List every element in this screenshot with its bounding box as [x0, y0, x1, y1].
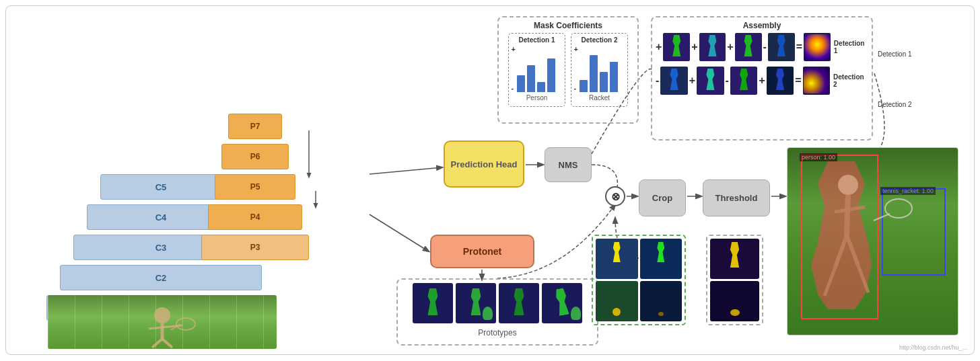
final-detection-image: person: 1.00 tennis_racket: 1.00 — [787, 147, 958, 335]
detection-overlay: person: 1.00 tennis_racket: 1.00 — [788, 148, 958, 335]
assembly-row-2: - + - + = Detection 2 — [656, 67, 868, 95]
mask-coefficients-area: Mask Coefficients Detection 1 + — [497, 16, 639, 124]
coeff-detection2-title: Detection 2 — [582, 36, 618, 44]
bar-d2-2 — [590, 55, 598, 92]
thresholded-masks-grid — [706, 235, 763, 325]
svg-point-23 — [838, 175, 858, 195]
fpn-p4: P4 — [208, 204, 302, 230]
asm-minus-2: - — [656, 75, 659, 87]
assembly-detection1-label: Detection 1 — [834, 40, 868, 54]
mask-coeff-title: Mask Coefficients — [502, 21, 634, 30]
asm-plus-1b: + — [691, 41, 697, 53]
mask-cell-1 — [596, 239, 638, 279]
nms-box: NMS — [545, 147, 592, 182]
mask-dot-3 — [612, 308, 621, 316]
coeff-box-detection1: Detection 1 + - — [508, 33, 565, 107]
minus-sign-1: - — [512, 84, 514, 92]
coeff-box-detection2: Detection 2 + - — [571, 33, 628, 107]
asm-fig-2-1 — [668, 69, 681, 90]
mask-cell-2 — [640, 239, 682, 279]
svg-point-30 — [885, 199, 912, 218]
backbone-c5: C5 — [100, 174, 221, 200]
asm-img-2-1 — [660, 67, 687, 95]
mask-coeff-row: Detection 1 + - — [502, 33, 634, 107]
asm-img-2-3 — [730, 67, 757, 95]
thresh-figure-1 — [728, 242, 742, 268]
asm-equals-1: = — [796, 41, 802, 53]
fpn-p3: P3 — [201, 235, 309, 260]
asm-img-1-4 — [768, 33, 795, 61]
bar-chart-detection1: + - — [517, 45, 557, 92]
assembly-title: Assembly — [656, 21, 868, 30]
proto-figure-2 — [468, 288, 485, 315]
mask-dot-4 — [658, 312, 664, 316]
proto-figure-3 — [511, 288, 528, 315]
proto-img-2 — [456, 283, 496, 323]
svg-line-31 — [874, 214, 890, 220]
svg-line-29 — [858, 266, 868, 292]
proto-img-1 — [413, 283, 453, 323]
detection-player-svg — [788, 148, 958, 335]
asm-result-2 — [803, 67, 830, 95]
otimes-symbol: ⊗ — [605, 186, 625, 206]
bar-d1-1 — [517, 75, 525, 92]
assembly-area: Assembly + + + - = Detection 1 - + - + — [651, 16, 873, 141]
proto-figure-1 — [425, 288, 442, 315]
protonet-box: Protonet — [430, 235, 534, 268]
assembly-row-1: + + + - = Detection 1 — [656, 33, 868, 61]
bar-d2-3 — [600, 72, 608, 92]
crop-box: Crop — [639, 179, 686, 216]
asm-plus-1c: + — [727, 41, 733, 53]
asm-fig-2-4 — [773, 69, 787, 90]
asm-fig-1-1 — [670, 35, 683, 56]
main-diagram: ⊕ ⊕ — [5, 5, 975, 355]
asm-img-1-2 — [699, 33, 726, 61]
thresh-cell-1 — [710, 239, 759, 279]
bar-d1-3 — [537, 82, 545, 92]
result-heat-2 — [804, 68, 829, 93]
svg-point-16 — [154, 307, 170, 323]
asm-img-1-1 — [663, 33, 690, 61]
assembly-detection2-label: Detection 2 — [833, 73, 868, 88]
thresh-dot-2 — [730, 309, 740, 316]
asm-result-1 — [804, 33, 831, 61]
mask-figure-1 — [610, 242, 623, 262]
threshold-box: Threshold — [703, 179, 770, 216]
coeff-detection1-title: Detection 1 — [519, 36, 555, 44]
svg-line-19 — [152, 339, 162, 348]
detection-label-right-2: Detection 2 — [878, 100, 912, 110]
prototypes-label: Prototypes — [478, 328, 516, 337]
asm-img-2-4 — [767, 67, 794, 95]
backbone-c2: C2 — [60, 265, 262, 290]
bar-chart-detection2: + - — [580, 45, 620, 92]
asm-fig-1-2 — [705, 35, 719, 56]
asm-plus-1: + — [656, 41, 662, 53]
bar-d2-4 — [610, 62, 618, 92]
proto-racket-2 — [483, 307, 493, 320]
result-heat-1 — [804, 34, 830, 60]
svg-line-25 — [835, 207, 865, 212]
asm-plus-2c: + — [759, 75, 765, 87]
plus-sign-2: + — [574, 45, 578, 53]
detection-label-right-1: Detection 1 — [878, 50, 912, 59]
prototypes-area: Prototypes — [396, 278, 598, 346]
svg-line-11 — [370, 214, 429, 251]
bar-d1-4 — [547, 58, 555, 92]
bar-d1-2 — [527, 65, 535, 92]
fpn-p7: P7 — [228, 114, 282, 139]
svg-line-27 — [847, 235, 858, 266]
asm-minus-2b: - — [726, 75, 729, 87]
asm-equals-2: = — [795, 75, 801, 87]
proto-img-3 — [499, 283, 539, 323]
backbone-area: C5 C4 C3 C2 C1 P7 P6 P5 P4 P3 — [46, 33, 302, 329]
svg-line-28 — [825, 269, 835, 296]
thresh-cell-2 — [710, 281, 759, 321]
coeff-detection1-sublabel: Person — [526, 94, 548, 102]
asm-minus-1: - — [763, 41, 767, 53]
asm-img-1-3 — [735, 33, 762, 61]
asm-fig-1-4 — [775, 35, 788, 56]
asm-fig-2-3 — [737, 69, 750, 90]
bar-d2-1 — [580, 80, 588, 92]
mask-cell-3 — [596, 281, 638, 321]
coeff-detection2-sublabel: Racket — [589, 94, 610, 102]
